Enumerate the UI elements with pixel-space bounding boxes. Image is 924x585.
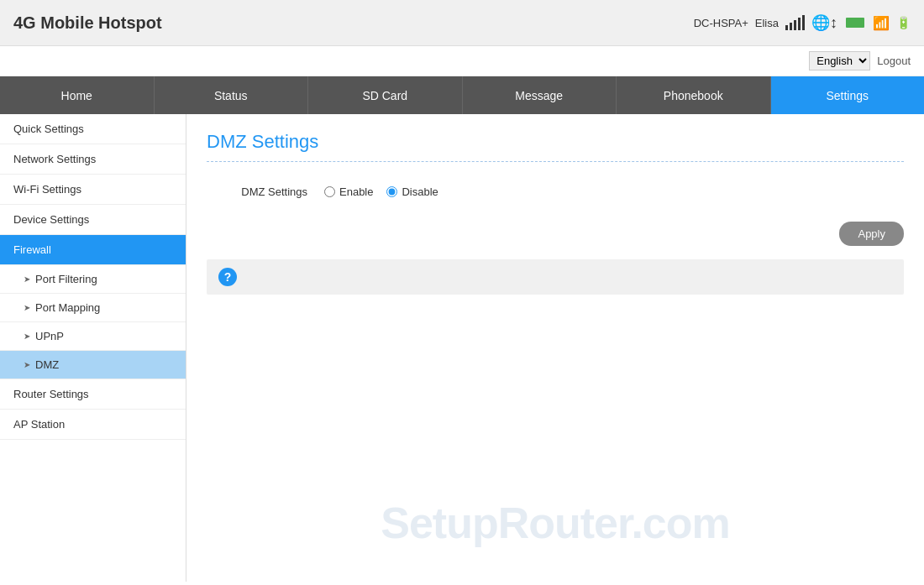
help-row: ? bbox=[207, 259, 904, 295]
sidebar-item-upnp[interactable]: ➤ UPnP bbox=[0, 322, 186, 351]
utility-bar: English Logout bbox=[0, 46, 924, 76]
disable-radio[interactable] bbox=[386, 186, 397, 197]
sidebar-item-ap-station[interactable]: AP Station bbox=[0, 410, 186, 440]
content-wrapper: Quick Settings Network Settings Wi-Fi Se… bbox=[0, 114, 924, 582]
header-right: DC-HSPA+ Elisa 🌐↕ 📶 🔋 bbox=[694, 13, 911, 32]
apply-button[interactable]: Apply bbox=[839, 222, 904, 246]
disable-label: Disable bbox=[402, 185, 438, 198]
user-label: Elisa bbox=[755, 17, 779, 29]
app-title: 4G Mobile Hotspot bbox=[13, 13, 162, 33]
wifi-icon: 📶 bbox=[873, 15, 890, 31]
page-title: DMZ Settings bbox=[207, 131, 904, 153]
main-content: DMZ Settings DMZ Settings Enable Disable… bbox=[186, 114, 924, 582]
enable-option[interactable]: Enable bbox=[324, 185, 373, 198]
chevron-icon: ➤ bbox=[24, 332, 30, 341]
help-icon[interactable]: ? bbox=[218, 268, 237, 286]
globe-icon: 🌐↕ bbox=[811, 13, 837, 32]
disable-option[interactable]: Disable bbox=[386, 185, 438, 198]
sidebar-item-router-settings[interactable]: Router Settings bbox=[0, 379, 186, 410]
sidebar-item-dmz[interactable]: ➤ DMZ bbox=[0, 351, 186, 379]
nav-sd-card[interactable]: SD Card bbox=[308, 76, 463, 114]
watermark: SetupRouter.com bbox=[186, 498, 924, 548]
nav-message[interactable]: Message bbox=[463, 76, 617, 114]
sidebar-item-firewall[interactable]: Firewall bbox=[0, 235, 186, 265]
signal-icon bbox=[785, 15, 805, 30]
enable-radio[interactable] bbox=[324, 186, 335, 197]
connection-bar bbox=[846, 18, 864, 28]
enable-label: Enable bbox=[339, 185, 373, 198]
sidebar-item-device-settings[interactable]: Device Settings bbox=[0, 205, 186, 235]
sidebar: Quick Settings Network Settings Wi-Fi Se… bbox=[0, 114, 186, 582]
dmz-form-row: DMZ Settings Enable Disable bbox=[207, 179, 904, 205]
dmz-settings-label: DMZ Settings bbox=[207, 185, 324, 198]
language-select[interactable]: English bbox=[809, 51, 870, 71]
sidebar-item-network-settings[interactable]: Network Settings bbox=[0, 144, 186, 175]
chevron-icon: ➤ bbox=[24, 274, 30, 284]
header-status: DC-HSPA+ Elisa 🌐↕ 📶 🔋 bbox=[694, 13, 911, 32]
chevron-icon: ➤ bbox=[24, 303, 30, 312]
dmz-radio-group: Enable Disable bbox=[324, 185, 438, 198]
apply-btn-row: Apply bbox=[207, 222, 904, 246]
nav-bar: Home Status SD Card Message Phonebook Se… bbox=[0, 76, 924, 114]
sidebar-item-port-mapping[interactable]: ➤ Port Mapping bbox=[0, 294, 186, 322]
sidebar-item-quick-settings[interactable]: Quick Settings bbox=[0, 114, 186, 144]
sidebar-item-port-filtering[interactable]: ➤ Port Filtering bbox=[0, 265, 186, 294]
logout-button[interactable]: Logout bbox=[877, 55, 911, 67]
sidebar-item-wifi-settings[interactable]: Wi-Fi Settings bbox=[0, 175, 186, 205]
nav-settings[interactable]: Settings bbox=[771, 76, 925, 114]
network-type-label: DC-HSPA+ bbox=[694, 17, 748, 29]
nav-phonebook[interactable]: Phonebook bbox=[617, 76, 771, 114]
chevron-icon: ➤ bbox=[24, 360, 30, 369]
nav-home[interactable]: Home bbox=[0, 76, 155, 114]
battery-icon: 🔋 bbox=[896, 16, 911, 29]
header: 4G Mobile Hotspot DC-HSPA+ Elisa 🌐↕ 📶 🔋 bbox=[0, 0, 924, 46]
nav-status[interactable]: Status bbox=[155, 76, 309, 114]
divider bbox=[207, 161, 904, 162]
